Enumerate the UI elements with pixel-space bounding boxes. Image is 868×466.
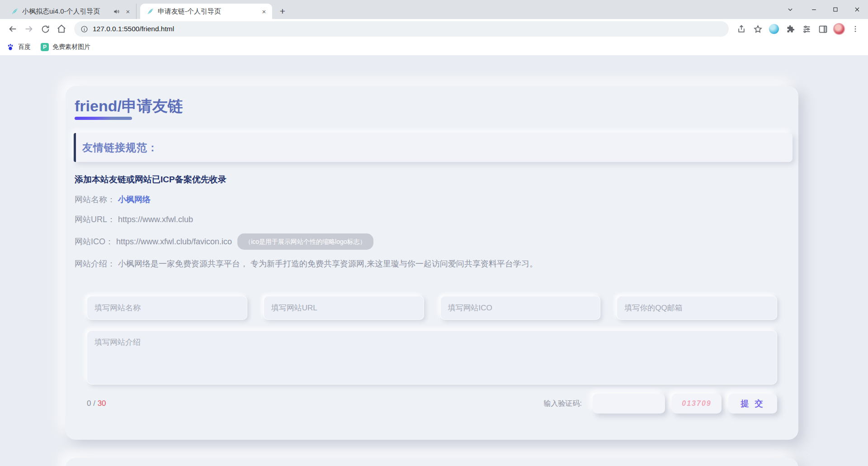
home-icon[interactable] (53, 21, 70, 37)
address-bar[interactable]: 127.0.0.1:5500/friend.html (74, 21, 729, 37)
bookmark-free-material[interactable]: P 免费素材图片 (41, 43, 90, 51)
ico-hint-badge: （ico是用于展示网站个性的缩略logo标志） (237, 233, 373, 250)
captcha-group: 输入验证码: 013709 提 交 (544, 394, 777, 414)
captcha-code-box[interactable]: 013709 (672, 394, 722, 414)
profile-avatar[interactable] (831, 21, 847, 37)
site-ico-value: https://www.xfwl.club/favicon.ico (116, 236, 232, 247)
tab-title: 小枫拟态ui4.0-个人引导页 (22, 7, 109, 16)
site-name-label: 网站名称： (75, 194, 115, 205)
tab-close-icon[interactable]: × (259, 7, 269, 16)
site-ico-line: 网站ICO： https://www.xfwl.club/favicon.ico… (75, 233, 790, 250)
rules-header-text: 友情链接规范： (82, 141, 158, 155)
form-input-row (87, 296, 777, 320)
site-url-value: https://www.xfwl.club (118, 214, 193, 225)
tab-home[interactable]: 小枫拟态ui4.0-个人引导页 × (5, 4, 137, 19)
reload-icon[interactable] (37, 21, 53, 37)
p-letter-icon: P (41, 43, 49, 51)
friend-link-card: friend/申请友链 友情链接规范： 添加本站友链或网站已ICP备案优先收录 … (66, 86, 798, 440)
tab-friend-active[interactable]: 申请友链-个人引导页 × (140, 4, 272, 19)
captcha-input[interactable] (593, 394, 665, 414)
site-url-line: 网站URL： https://www.xfwl.club (75, 214, 790, 225)
minimize-icon[interactable] (803, 0, 825, 19)
tab-audio-icon[interactable] (113, 8, 120, 15)
site-favicon-icon (146, 8, 154, 15)
apply-form: 0 / 30 输入验证码: 013709 提 交 (74, 296, 790, 414)
page-viewport: friend/申请友链 友情链接规范： 添加本站友链或网站已ICP备案优先收录 … (0, 55, 868, 466)
maximize-icon[interactable] (825, 0, 846, 19)
baidu-paw-icon (6, 43, 14, 51)
counter-current: 0 / (87, 399, 98, 408)
site-desc-line: 网站介绍： 小枫网络是一家免费资源共享平台， 专为新手打造的免费共享资源网,来这… (75, 258, 790, 270)
bookmarks-bar: 百度 P 免费素材图片 (0, 39, 868, 55)
bookmark-baidu[interactable]: 百度 (6, 43, 31, 51)
site-name-line: 网站名称： 小枫网络 (75, 194, 790, 205)
next-section-card (66, 458, 798, 466)
tab-title: 申请友链-个人引导页 (158, 7, 256, 16)
extension-circle-icon[interactable] (766, 21, 782, 37)
page-title: friend/申请友链 (75, 97, 790, 115)
char-counter: 0 / 30 (87, 399, 106, 408)
side-panel-icon[interactable] (815, 21, 831, 37)
site-desc-textarea[interactable] (87, 330, 777, 385)
bookmark-star-icon[interactable] (750, 21, 766, 37)
submit-button[interactable]: 提 交 (728, 394, 777, 414)
site-ico-input[interactable] (440, 296, 601, 320)
form-bottom-row: 0 / 30 输入验证码: 013709 提 交 (87, 394, 777, 414)
counter-max: 30 (98, 399, 106, 408)
menu-dots-icon[interactable] (847, 21, 863, 37)
tab-search-chevron-icon[interactable] (781, 0, 799, 19)
site-url-label: 网站URL： (75, 214, 115, 225)
bookmark-label: 百度 (18, 43, 31, 51)
url-text[interactable]: 127.0.0.1:5500/friend.html (93, 25, 174, 33)
share-icon[interactable] (733, 21, 750, 37)
site-desc-value: 小枫网络是一家免费资源共享平台， 专为新手打造的免费共享资源网,来这里璇与你一起… (118, 258, 538, 270)
sliders-icon[interactable] (798, 21, 815, 37)
back-icon[interactable] (5, 21, 21, 37)
captcha-label: 输入验证码: (544, 399, 582, 409)
browser-toolbar: 127.0.0.1:5500/friend.html (0, 19, 868, 39)
close-window-icon[interactable] (846, 0, 868, 19)
site-name-input[interactable] (87, 296, 247, 320)
notice-text: 添加本站友链或网站已ICP备案优先收录 (75, 174, 790, 185)
qq-email-input[interactable] (617, 296, 777, 320)
forward-icon[interactable] (21, 21, 37, 37)
site-desc-label: 网站介绍： (75, 258, 115, 270)
tab-strip: 小枫拟态ui4.0-个人引导页 × 申请友链-个人引导页 × + (0, 0, 868, 19)
site-ico-label: 网站ICO： (75, 236, 113, 247)
rules-section-header: 友情链接规范： (74, 133, 793, 162)
title-underline (75, 117, 132, 120)
new-tab-button[interactable]: + (276, 5, 289, 18)
site-favicon-icon (11, 8, 19, 15)
extensions-puzzle-icon[interactable] (782, 21, 798, 37)
tab-close-icon[interactable]: × (123, 7, 132, 16)
site-info-icon[interactable] (80, 25, 88, 33)
window-controls (781, 0, 868, 19)
site-name-link[interactable]: 小枫网络 (118, 194, 151, 205)
bookmark-label: 免费素材图片 (52, 43, 90, 51)
site-url-input[interactable] (264, 296, 424, 320)
